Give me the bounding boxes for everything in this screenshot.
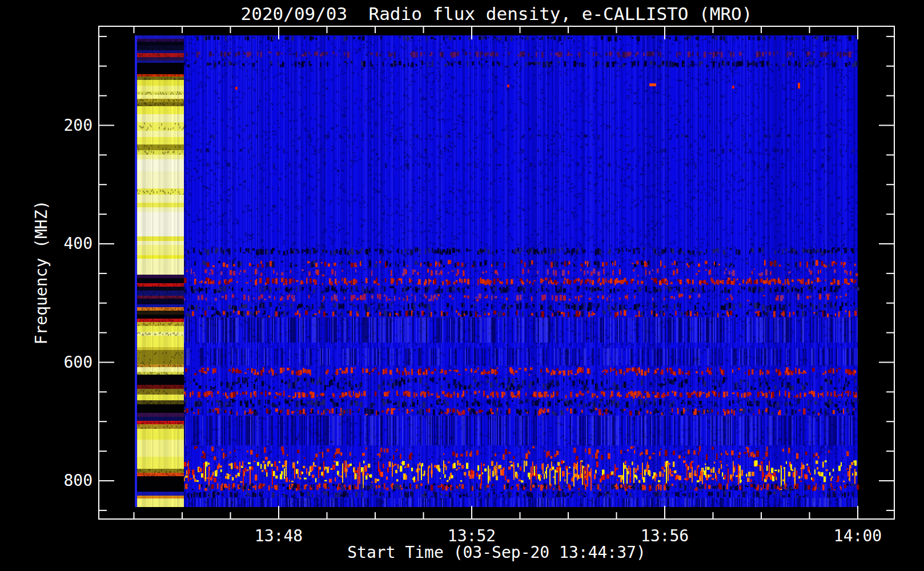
x-tick-label: 13:52: [432, 526, 512, 545]
spectrogram-canvas: [98, 26, 895, 520]
y-tick-label: 200: [50, 118, 93, 134]
plot-area: [98, 26, 895, 520]
x-tick-label: 14:00: [818, 526, 898, 545]
x-tick-label: 13:48: [239, 526, 319, 545]
x-axis-title: Start Time (03-Sep-20 13:44:37): [98, 543, 895, 562]
spectrogram-page: 2020/09/03 Radio flux density, e-CALLIST…: [0, 0, 924, 571]
y-axis-title: Frequency (MHZ): [32, 200, 51, 345]
y-tick-label: 600: [50, 355, 93, 371]
plot-title: 2020/09/03 Radio flux density, e-CALLIST…: [98, 3, 895, 24]
y-tick-label: 800: [50, 473, 93, 489]
x-tick-label: 13:56: [625, 526, 705, 545]
y-tick-label: 400: [50, 236, 93, 252]
